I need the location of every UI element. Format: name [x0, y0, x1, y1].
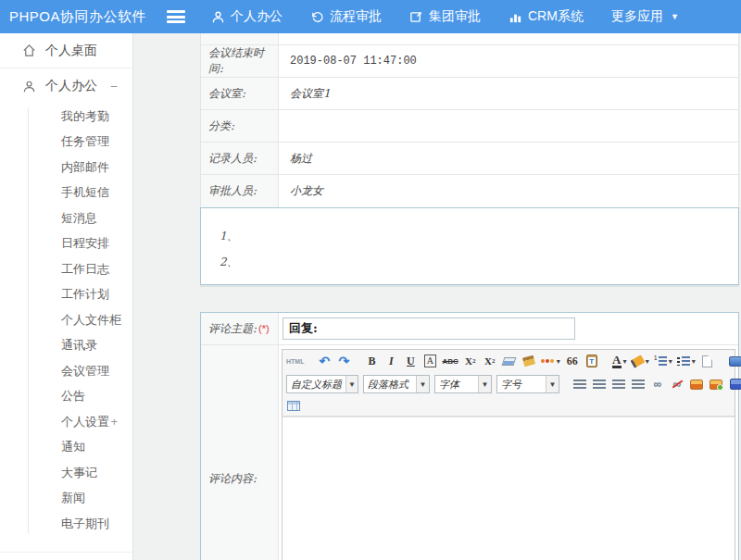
- sidebar-item-e-journal[interactable]: 电子期刊: [0, 511, 132, 537]
- nav-workflow-approval[interactable]: 流程审批: [310, 8, 382, 25]
- doodle-icon[interactable]: [541, 354, 560, 369]
- minutes-line: 1、: [220, 223, 738, 249]
- sidebar-item-label: 公告: [61, 388, 85, 404]
- nav-personal-office[interactable]: 个人办公: [211, 8, 283, 25]
- required-mark: (*): [258, 323, 270, 334]
- redo-icon[interactable]: ↷: [336, 354, 351, 369]
- collapse-icon[interactable]: −: [110, 79, 118, 93]
- paste-text-icon[interactable]: T: [584, 354, 599, 369]
- justify-icon[interactable]: [631, 377, 646, 392]
- sidebar-item-label: 通知: [61, 439, 85, 455]
- editor-toolbar-row-3: [283, 396, 735, 417]
- sidebar-item-internal-mail[interactable]: 内部邮件: [0, 155, 132, 180]
- strikethrough-button[interactable]: ABC: [442, 354, 458, 369]
- sidebar-item-label: 我的考勤: [61, 108, 109, 125]
- sidebar-item-personal-settings[interactable]: 个人设置 +: [0, 409, 132, 435]
- font-family-select[interactable]: 字体 ▼: [434, 375, 492, 393]
- sidebar-item-label: 日程安排: [61, 235, 109, 252]
- person-icon: [211, 10, 225, 24]
- highlight-color-icon[interactable]: [632, 354, 649, 369]
- sidebar-item-task-management[interactable]: 任务管理: [0, 130, 132, 156]
- editor-toolbar-row-2: 自定义标题 ▼ 段落格式 ▼ 字体 ▼ 字号 ▼: [283, 372, 735, 396]
- sidebar-item-contacts[interactable]: 通讯录: [0, 333, 132, 359]
- caret-down-icon: ▼: [546, 376, 559, 392]
- person-icon: [22, 80, 36, 93]
- sidebar-item-major-events[interactable]: 大事记: [0, 460, 132, 486]
- new-page-icon[interactable]: [700, 354, 715, 369]
- unordered-list-icon[interactable]: [677, 354, 696, 369]
- sidebar-item-notice[interactable]: 通知: [0, 435, 132, 461]
- screenshot-icon[interactable]: [709, 377, 723, 392]
- editor-content-area[interactable]: [283, 417, 735, 560]
- font-color-icon[interactable]: A: [612, 354, 627, 369]
- sidebar-item-work-plan[interactable]: 工作计划: [0, 282, 132, 308]
- sidebar-item-workflow-approval[interactable]: 流程审批 +: [0, 552, 132, 560]
- sidebar-item-personal-desktop[interactable]: 个人桌面: [0, 33, 132, 68]
- sidebar-item-label: 个人文件柜: [61, 312, 121, 329]
- table-row-recorder: 记录人员: 杨过: [201, 143, 738, 175]
- align-center-icon[interactable]: [592, 377, 607, 392]
- blockquote-button[interactable]: 66: [565, 354, 580, 369]
- sidebar-item-work-log[interactable]: 工作日志: [0, 256, 132, 282]
- top-nav: 个人办公 流程审批 集团审批 CRM系统: [211, 8, 679, 25]
- history-icon: [310, 10, 324, 24]
- sidebar-item-announcement[interactable]: 公告: [0, 384, 132, 410]
- insert-table-icon[interactable]: [286, 398, 301, 414]
- undo-icon[interactable]: ↶: [317, 354, 332, 369]
- row-value: 小龙女: [279, 175, 738, 207]
- sidebar-item-label: 大事记: [61, 465, 97, 481]
- edit-icon: [409, 10, 423, 24]
- ordered-list-icon[interactable]: [654, 354, 672, 369]
- comment-subject-input[interactable]: [283, 317, 575, 340]
- remove-link-icon[interactable]: ∞: [670, 377, 684, 392]
- chart-icon: [509, 10, 522, 24]
- underline-button[interactable]: U: [403, 354, 418, 369]
- home-icon: [22, 44, 36, 57]
- comment-subject-row: 评论主题: (*): [201, 313, 738, 345]
- row-value: [279, 110, 738, 142]
- sidebar-item-label: 新闻: [61, 490, 85, 506]
- nav-more-apps[interactable]: 更多应用 ▼: [611, 8, 679, 25]
- heading-select[interactable]: 自定义标题 ▼: [286, 375, 358, 393]
- table-row: [201, 33, 738, 45]
- sidebar-item-mobile-sms[interactable]: 手机短信: [0, 180, 132, 206]
- paragraph-format-select[interactable]: 段落格式 ▼: [363, 375, 430, 393]
- sidebar-item-short-message[interactable]: 短消息: [0, 205, 132, 231]
- row-label: 审批人员:: [201, 175, 279, 207]
- font-size-select[interactable]: 字号 ▼: [496, 375, 559, 393]
- sidebar-item-news[interactable]: 新闻: [0, 486, 132, 512]
- insert-link-icon[interactable]: ∞: [650, 377, 665, 392]
- editor-toolbar-row-1: HTML ↶ ↷ B I U A ABC X2 X2: [283, 350, 735, 372]
- table-row-category: 分类:: [201, 110, 738, 143]
- nav-label: CRM系统: [528, 8, 584, 25]
- sidebar-item-meeting-management[interactable]: 会议管理: [0, 358, 132, 384]
- caret-down-icon: ▼: [478, 376, 491, 392]
- format-brush-icon[interactable]: [521, 354, 536, 369]
- align-right-icon[interactable]: [611, 377, 626, 392]
- nav-label: 更多应用: [611, 8, 663, 25]
- sidebar-item-schedule[interactable]: 日程安排: [0, 231, 132, 257]
- sidebar-item-personal-file-cabinet[interactable]: 个人文件柜: [0, 307, 132, 333]
- align-left-icon[interactable]: [572, 377, 587, 392]
- table-row-meeting-end-time: 会议结束时间: 2019-08-07 11:47:00: [201, 45, 738, 78]
- menu-toggle-icon[interactable]: [167, 10, 185, 23]
- bold-button[interactable]: B: [364, 354, 379, 369]
- remove-format-icon[interactable]: [502, 354, 517, 369]
- italic-button[interactable]: I: [383, 354, 398, 369]
- row-label: 会议室:: [201, 78, 279, 109]
- char-border-button[interactable]: A: [424, 355, 436, 367]
- insert-media-icon[interactable]: [728, 377, 741, 392]
- app-header: PHPOA协同办公软件 个人办公 流程审批: [0, 0, 741, 33]
- meeting-minutes-box[interactable]: 1、 2、: [200, 207, 739, 285]
- nav-crm-system[interactable]: CRM系统: [509, 8, 584, 25]
- source-code-button[interactable]: HTML: [286, 354, 304, 369]
- sidebar-item-personal-office[interactable]: 个人办公 −: [0, 68, 132, 104]
- superscript-button[interactable]: X2: [463, 354, 478, 369]
- nav-group-approval[interactable]: 集团审批: [409, 8, 481, 25]
- sidebar-item-label: 工作日志: [61, 261, 109, 278]
- fullscreen-icon[interactable]: [728, 354, 741, 369]
- sidebar-item-my-attendance[interactable]: 我的考勤: [0, 104, 132, 130]
- insert-image-icon[interactable]: [689, 377, 704, 392]
- subscript-button[interactable]: X2: [483, 354, 497, 369]
- expand-icon[interactable]: +: [110, 415, 118, 429]
